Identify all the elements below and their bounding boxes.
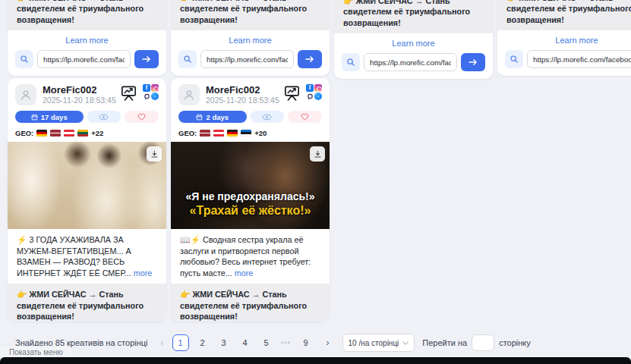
favorite-button[interactable] (288, 111, 322, 123)
next-page-button[interactable]: › (323, 337, 333, 348)
account-name: MoreFic002 (43, 84, 119, 96)
avatar (178, 84, 200, 105)
cta-title: 👉 ЖМИ СЕЙЧАС → Стань свидетелем её триум… (497, 0, 631, 30)
page-button-5[interactable]: 5 (259, 338, 274, 347)
url-input[interactable] (527, 50, 631, 68)
goto-page-input[interactable] (472, 334, 494, 351)
creative-image (8, 142, 166, 229)
learn-more-link[interactable]: Learn more (497, 36, 631, 45)
messenger-icon (314, 93, 322, 100)
calendar-icon (31, 114, 38, 121)
url-row (497, 50, 631, 76)
search-icon (346, 58, 355, 67)
learn-more-link[interactable]: Learn more (8, 36, 166, 45)
page-button-1[interactable]: 1 (172, 334, 189, 351)
search-button[interactable] (178, 50, 197, 68)
url-input[interactable] (37, 50, 131, 68)
search-button[interactable] (15, 50, 33, 68)
page-button-3[interactable]: 3 (216, 338, 232, 347)
flag-austria-icon (64, 130, 74, 136)
flag-latvia-icon (50, 130, 61, 136)
learn-more-link[interactable]: Learn more (334, 39, 493, 48)
creative-card: MoreFic002 2025-11-20 18:53:45 f 1 (8, 78, 166, 322)
url-row (334, 53, 493, 79)
messenger-icon (151, 93, 159, 100)
search-icon (510, 55, 519, 64)
image-overlay-text: «Я не предохранялась!» «Трахай её жёстко… (171, 190, 330, 218)
flag-austria-icon (213, 130, 224, 136)
more-link[interactable]: more (134, 268, 153, 278)
creative-card-partial: 👉 ЖМИ СЕЙЧАС → Стань свидетелем её триум… (171, 0, 330, 76)
arrow-right-icon (305, 55, 314, 63)
page-button-9[interactable]: 9 (298, 338, 314, 347)
creative-card-partial: 👉 ЖМИ СЕЙЧАС → Стань свидетелем её триум… (8, 0, 166, 76)
per-page-select[interactable]: 10 /на сторінці (342, 334, 415, 352)
cta-title: 👉 ЖМИ СЕЙЧАС → Стань свидетелем её триум… (8, 284, 166, 322)
goto-page-suffix: сторінку (499, 338, 531, 347)
social-icons: f (306, 84, 322, 100)
bottom-bar (0, 357, 631, 364)
support-chat-icon (143, 93, 150, 100)
url-input[interactable] (364, 53, 457, 71)
open-link-button[interactable] (134, 50, 159, 68)
days-label: 2 days (206, 113, 229, 121)
download-image-button[interactable] (310, 146, 325, 162)
favorite-button[interactable] (125, 111, 159, 123)
flag-estonia-icon (241, 130, 251, 136)
url-row (8, 50, 166, 76)
instagram-icon (151, 84, 159, 92)
search-icon (20, 55, 29, 64)
timestamp: 2025-11-20 18:53:45 (43, 96, 119, 105)
ad-text: 📖⚡ Сводная сестра украла её заслуги и пр… (171, 229, 330, 278)
views-button[interactable] (251, 111, 285, 123)
creative-card-partial: ИНТЕРНЕТ ЖДЁТ ЕЁ СМЕР... more 👉 ЖМИ СЕЙЧ… (334, 0, 493, 79)
open-link-button[interactable] (461, 53, 485, 71)
pages-ellipsis[interactable]: ••• (280, 339, 292, 347)
search-button[interactable] (342, 53, 360, 71)
page-button-2[interactable]: 2 (195, 338, 210, 347)
creative-card: MoreFic002 2025-11-20 18:53:45 f 2 (171, 78, 330, 322)
card-header: MoreFic002 2025-11-20 18:53:45 f (171, 78, 330, 105)
account-name: MoreFic002 (206, 84, 282, 96)
views-button[interactable] (87, 111, 121, 123)
arrow-right-icon (142, 55, 151, 63)
flag-lithuania-icon (77, 130, 88, 136)
avatar (15, 84, 36, 105)
page-button-4[interactable]: 4 (238, 338, 253, 347)
card-actions: 17 days (8, 111, 166, 123)
more-link[interactable]: more (235, 268, 254, 278)
per-page-value: 10 /на сторінці (349, 339, 399, 347)
open-link-button[interactable] (298, 50, 322, 68)
search-icon (183, 55, 192, 64)
creative-card-partial: 👉 ЖМИ СЕЙЧАС → Стань свидетелем её триум… (497, 0, 631, 76)
geo-label: GEO: (178, 129, 197, 137)
search-button[interactable] (505, 50, 523, 68)
eye-icon (99, 114, 109, 121)
card-actions: 2 days (171, 111, 330, 123)
days-label: 17 days (41, 113, 68, 121)
person-icon (182, 88, 196, 102)
prev-page-button[interactable]: ‹ (157, 337, 168, 348)
download-image-button[interactable] (147, 146, 162, 162)
days-active-button[interactable]: 2 days (178, 111, 247, 123)
ad-board-icon (282, 84, 301, 102)
learn-more-link[interactable]: Learn more (171, 36, 330, 45)
ad-board-icon (119, 84, 138, 102)
creative-image: «Я не предохранялась!» «Трахай её жёстко… (171, 142, 330, 229)
overlay-line-2: «Трахай её жёстко!» (171, 203, 330, 218)
geo-row: GEO: +20 (171, 129, 330, 137)
cta-title: 👉 ЖМИ СЕЙЧАС → Стань свидетелем её триум… (334, 0, 493, 33)
geo-label: GEO: (15, 129, 33, 137)
heart-icon (301, 113, 309, 121)
chevron-down-icon (402, 341, 409, 345)
ad-text: ⚡ 3 ГОДА УХАЖИВАЛА ЗА МУЖЕМ-ВЕГЕТАТИВЦЕМ… (8, 229, 166, 278)
cta-title: 👉 ЖМИ СЕЙЧАС → Стань свидетелем её триум… (171, 0, 330, 30)
arrow-right-icon (469, 58, 478, 66)
url-input[interactable] (200, 50, 294, 68)
calendar-icon (196, 114, 203, 121)
person-icon (19, 88, 33, 102)
timestamp: 2025-11-20 18:53:45 (206, 96, 282, 105)
days-active-button[interactable]: 17 days (15, 111, 84, 123)
download-icon (314, 150, 322, 158)
heart-icon (137, 113, 146, 121)
